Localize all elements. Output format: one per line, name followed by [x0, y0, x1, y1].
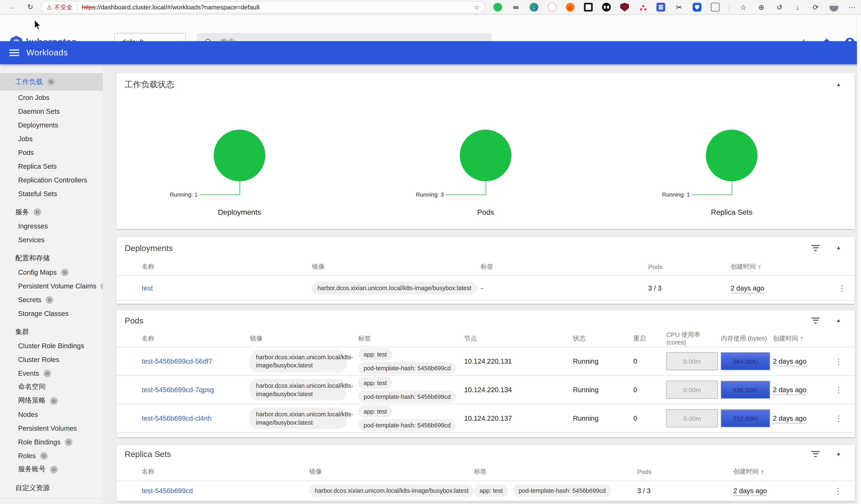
sort-created-header[interactable]: 创建时间↑ — [773, 334, 822, 343]
card-title: 工作负载状态 — [125, 79, 174, 90]
url-text[interactable]: https://dashboard.cluster.local/#/worklo… — [82, 4, 260, 10]
sidebar-item-role-bindings[interactable]: Role BindingsN — [0, 435, 103, 449]
pod-row: test-5456b699cd-56df7 harbor.dcos.xixian… — [117, 347, 855, 376]
sidebar-item-secrets[interactable]: SecretsN — [0, 293, 103, 307]
sidebar-item-daemon-sets[interactable]: Daemon Sets — [0, 104, 103, 118]
cpu-usage-gauge: 0.00m — [666, 352, 718, 370]
sidebar-item-services-group[interactable]: 服务N — [0, 205, 103, 219]
sort-created-header[interactable]: 创建时间↑ — [733, 467, 821, 476]
label-chip: app: test — [358, 348, 392, 360]
bookmark-icon[interactable]: ☆ — [474, 3, 479, 11]
label-chip: pod-template-hash: 5456b699cd — [358, 391, 456, 403]
sidebar-item-nodes[interactable]: Nodes — [0, 408, 103, 421]
sidebar-item-config-maps[interactable]: Config MapsN — [0, 265, 103, 279]
sidebar-item-pods[interactable]: Pods — [0, 146, 103, 159]
row-menu-icon[interactable]: ⋮ — [834, 385, 843, 395]
pods-card: Pods ▲ 名称 镜像 标签 节点 状态 重启 CPU 使用率(cores) … — [117, 310, 855, 437]
security-warning-icon[interactable]: ⚠ — [47, 4, 52, 10]
memory-usage-gauge: 636.00Ki — [721, 381, 770, 399]
sidebar-item-workloads[interactable]: 工作负载N — [0, 73, 103, 91]
sidebar-item-persistent-volume-claims[interactable]: Persistent Volume ClaimsN — [0, 279, 103, 293]
badge-n: N — [46, 296, 54, 303]
card-title: Replica Sets — [125, 449, 171, 459]
row-menu-icon[interactable]: ⋮ — [834, 413, 843, 423]
security-warning-label[interactable]: 不安全 — [54, 3, 72, 12]
address-divider — [77, 4, 78, 10]
mouse-cursor — [34, 20, 42, 31]
created-cell: 2 days ago — [730, 284, 764, 293]
red-shield-extension-icon[interactable] — [620, 3, 629, 12]
notes-extension-icon[interactable] — [656, 3, 665, 12]
chart-name: Deployments — [218, 208, 261, 217]
sidebar-item-replica-sets[interactable]: Replica Sets — [0, 159, 103, 173]
filter-icon[interactable] — [811, 245, 820, 251]
page-scrollbar[interactable] — [857, 15, 861, 504]
puzzle-extensions-icon[interactable] — [711, 3, 720, 12]
sidebar-item-storage-classes[interactable]: Storage Classes — [0, 307, 103, 320]
row-menu-icon[interactable]: ⋮ — [838, 283, 846, 293]
sidebar-item-ingresses[interactable]: Ingresses — [0, 219, 103, 233]
badge-n: N — [50, 397, 58, 405]
label-chip: pod-template-hash: 5456b699cd — [513, 485, 611, 497]
restarts-cell: 0 — [628, 414, 667, 422]
browser-profile-avatar[interactable] — [830, 3, 838, 12]
panda-extension-icon[interactable] — [602, 3, 611, 12]
history-icon[interactable]: ↺ — [775, 3, 784, 12]
pod-name-link[interactable]: test-5456b699cd-56df7 — [142, 357, 212, 365]
menu-hamburger-icon[interactable] — [9, 49, 19, 56]
sidebar-item-services[interactable]: Services — [0, 233, 103, 247]
sort-created-header[interactable]: 创建时间↑ — [730, 263, 830, 271]
pod-row: test-5456b699cd-cl4nh harbor.dcos.xixian… — [117, 404, 855, 433]
sidebar-item-cluster-role-bindings[interactable]: Cluster Role Bindings — [0, 339, 103, 353]
shield-sync-icon[interactable]: ⟳ — [811, 3, 820, 12]
pod-name-link[interactable]: test-5456b699cd-cl4nh — [142, 414, 211, 422]
sidebar-item-network-policies[interactable]: 网络策略N — [0, 394, 103, 408]
filter-icon[interactable] — [811, 451, 820, 457]
infinity-extension-icon[interactable]: ∞ — [511, 3, 520, 12]
deployment-name-link[interactable]: test — [142, 284, 153, 292]
created-cell: 2 days ago — [773, 386, 806, 395]
row-menu-icon[interactable]: ⋮ — [834, 486, 842, 496]
sidebar-item-deployments[interactable]: Deployments — [0, 118, 103, 132]
sidebar-item-cron-jobs[interactable]: Cron Jobs — [0, 91, 103, 104]
flame-extension-icon[interactable] — [566, 3, 575, 12]
browser-menu-icon[interactable]: ⋯ — [848, 3, 857, 12]
bitwarden-extension-icon[interactable] — [693, 3, 701, 12]
sidebar-item-stateful-sets[interactable]: Stateful Sets — [0, 187, 103, 201]
qr-code-extension-icon[interactable] — [584, 3, 593, 12]
download-icon[interactable]: ↓ — [793, 3, 802, 12]
replica-sets-donut — [706, 130, 757, 181]
idm-extension-icon[interactable]: ↓ — [530, 3, 538, 12]
address-bar[interactable]: ⚠ 不安全 https://dashboard.cluster.local/#/… — [41, 2, 485, 13]
status-cell: Running — [573, 357, 628, 365]
sidebar-item-jobs[interactable]: Jobs — [0, 132, 103, 146]
collapse-icon[interactable]: ▲ — [836, 317, 841, 323]
status-cell: Running — [573, 386, 628, 394]
replica-set-name-link[interactable]: test-5456b699cd — [142, 487, 193, 495]
sidebar-item-persistent-volumes[interactable]: Persistent Volumes — [0, 421, 103, 435]
created-cell: 2 days ago — [773, 414, 806, 423]
star-list-icon[interactable]: ☆ — [739, 3, 748, 12]
card-title: Pods — [125, 315, 144, 325]
collapse-icon[interactable]: ▲ — [836, 82, 841, 87]
evernote-extension-icon[interactable] — [493, 3, 502, 12]
forward-icon[interactable]: → — [7, 0, 18, 14]
sidebar-item-cluster-roles[interactable]: Cluster Roles — [0, 353, 103, 366]
sidebar-item-service-accounts[interactable]: 服务账号N — [0, 463, 103, 476]
sidebar-item-replication-controllers[interactable]: Replication Controllers — [0, 173, 103, 187]
copy-add-icon[interactable]: ⊕ — [757, 3, 766, 12]
collapse-icon[interactable]: ▲ — [836, 451, 841, 456]
sidebar-item-roles[interactable]: RolesN — [0, 449, 103, 463]
sidebar-item-events[interactable]: EventsN — [0, 366, 103, 380]
scissors-extension-icon[interactable]: ✂ — [674, 3, 683, 12]
sidebar-item-namespaces[interactable]: 命名空间 — [0, 380, 103, 394]
pod-name-link[interactable]: test-5456b699cd-7qpsg — [142, 386, 214, 394]
collapse-icon[interactable]: ▲ — [836, 245, 841, 250]
node-cell: 10.124.220.131 — [464, 357, 573, 365]
filter-icon[interactable] — [811, 317, 820, 323]
reload-icon[interactable]: ↻ — [25, 0, 36, 14]
row-menu-icon[interactable]: ⋮ — [834, 356, 843, 366]
network-extension-icon[interactable] — [638, 3, 647, 12]
deployments-donut — [214, 130, 265, 181]
cat-extension-icon[interactable] — [548, 3, 557, 12]
